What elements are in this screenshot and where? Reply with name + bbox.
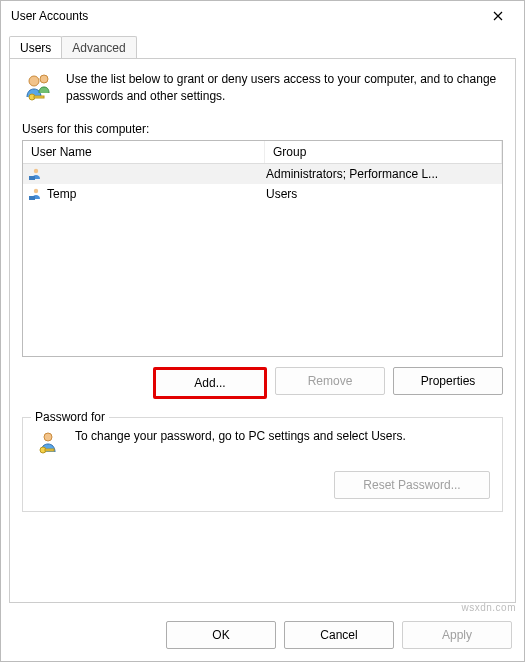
svg-point-1 — [40, 75, 48, 83]
close-icon — [493, 11, 503, 21]
watermark-text: wsxdn.com — [461, 602, 516, 613]
intro-row: Use the list below to grant or deny user… — [22, 71, 503, 108]
table-row[interactable]: Temp Users — [23, 184, 502, 204]
remove-user-button: Remove — [275, 367, 385, 395]
key-user-icon — [35, 428, 65, 461]
intro-text: Use the list below to grant or deny user… — [66, 71, 503, 105]
svg-rect-5 — [29, 176, 35, 180]
password-legend: Password for — [31, 410, 109, 424]
reset-password-button: Reset Password... — [334, 471, 490, 499]
svg-point-6 — [34, 189, 38, 193]
user-accounts-window: User Accounts Users Advanced Use the lis… — [0, 0, 525, 662]
window-title: User Accounts — [11, 9, 88, 23]
user-icon — [29, 187, 43, 201]
add-user-button[interactable]: Add... — [153, 367, 267, 399]
svg-rect-10 — [45, 449, 54, 451]
svg-rect-3 — [34, 96, 44, 98]
column-header-group[interactable]: Group — [265, 141, 502, 163]
dialog-buttons: OK Cancel Apply — [166, 621, 512, 649]
svg-point-8 — [44, 433, 52, 441]
list-header: User Name Group — [23, 141, 502, 164]
svg-rect-7 — [29, 196, 35, 200]
cancel-button[interactable]: Cancel — [284, 621, 394, 649]
ok-button[interactable]: OK — [166, 621, 276, 649]
svg-point-4 — [34, 169, 38, 173]
tab-advanced[interactable]: Advanced — [61, 36, 136, 59]
tab-users[interactable]: Users — [9, 36, 62, 59]
titlebar: User Accounts — [1, 1, 524, 31]
password-help-text: To change your password, go to PC settin… — [75, 428, 406, 445]
cell-group: Users — [260, 187, 502, 201]
svg-point-0 — [29, 76, 39, 86]
close-button[interactable] — [480, 2, 516, 30]
column-header-username[interactable]: User Name — [23, 141, 265, 163]
users-list-label: Users for this computer: — [22, 122, 503, 136]
cell-username: Temp — [47, 187, 76, 201]
table-row[interactable]: Administrators; Performance L... — [23, 164, 502, 184]
cell-group: Administrators; Performance L... — [260, 167, 502, 181]
users-panel: Use the list below to grant or deny user… — [9, 58, 516, 603]
user-icon — [29, 167, 43, 181]
users-keys-icon — [22, 71, 56, 108]
properties-button[interactable]: Properties — [393, 367, 503, 395]
apply-button: Apply — [402, 621, 512, 649]
user-buttons-row: Add... Remove Properties — [22, 367, 503, 399]
password-groupbox: Password for To change your password, go… — [22, 417, 503, 512]
users-listbox[interactable]: User Name Group Administrators; Performa… — [22, 140, 503, 357]
tabstrip: Users Advanced — [1, 31, 524, 58]
